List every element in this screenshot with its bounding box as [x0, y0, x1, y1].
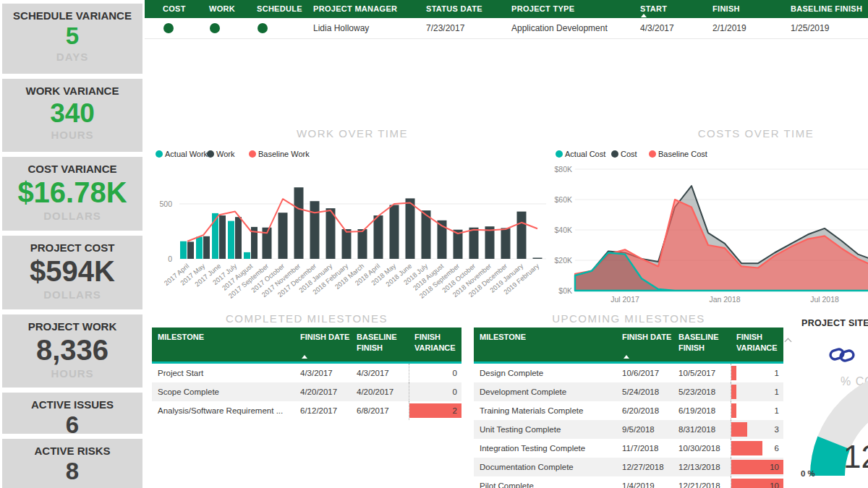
column-header-finish-date[interactable]: FINISH DATE	[616, 332, 673, 361]
variance-bar	[731, 385, 736, 399]
milestone-row[interactable]: Integration Testing Complete11/7/201810/…	[474, 439, 783, 458]
milestone-row[interactable]: Project Start4/3/20174/3/20170	[152, 364, 461, 382]
column-header-schedule[interactable]: SCHEDULE	[239, 0, 295, 18]
milestone-row[interactable]: Design Complete10/6/201710/5/20171	[474, 364, 783, 382]
finish-variance-value: 0	[453, 369, 457, 377]
legend-dot	[611, 150, 618, 158]
baseline-finish-value: 4/3/2017	[351, 369, 409, 377]
summary-data-row[interactable]: Lidia Holloway 7/23/2017 Application Dev…	[145, 18, 868, 39]
upcoming-milestones-table: MILESTONE FINISH DATE BASELINE FINISH FI…	[474, 328, 783, 488]
svg-text:$80K: $80K	[554, 165, 572, 174]
kpi-value: 5	[2, 23, 142, 50]
finish-date-value: 1/4/2019	[616, 481, 673, 488]
legend-item[interactable]: Baseline Cost	[649, 150, 707, 158]
column-header-work[interactable]: WORK	[191, 0, 239, 18]
milestone-row[interactable]: Unit Testing Complete9/5/20188/31/20183	[474, 420, 783, 439]
column-header-project-manager[interactable]: PROJECT MANAGER	[295, 0, 408, 18]
milestone-row[interactable]: Documentation Complete12/27/201812/13/20…	[474, 458, 783, 476]
finish-variance-cell: 2	[409, 401, 461, 420]
project-manager-value: Lidia Holloway	[295, 23, 408, 33]
completed-milestones-panel: COMPLETED MILESTONES MILESTONE FINISH DA…	[152, 312, 461, 420]
milestone-name: Integration Testing Complete	[474, 444, 616, 453]
baseline-finish-value: 8/31/2018	[673, 425, 731, 434]
finish-variance-value: 3	[775, 425, 779, 434]
svg-text:Actual Cost: Actual Cost	[565, 150, 605, 158]
kpi-title: ACTIVE ISSUES	[2, 393, 142, 411]
column-header-status-date[interactable]: STATUS DATE	[408, 0, 493, 18]
svg-text:Jan 2018: Jan 2018	[709, 295, 740, 304]
scroll-up-icon[interactable]	[785, 338, 792, 346]
column-header-finish[interactable]: FINISH	[694, 0, 773, 18]
legend-dot	[249, 150, 256, 158]
finish-variance-cell: 0	[409, 382, 461, 401]
finish-variance-value: 6	[775, 444, 779, 453]
legend-item[interactable]: Actual Work	[156, 150, 208, 158]
milestone-row[interactable]: Training Materials Complete6/20/20186/19…	[474, 401, 783, 420]
table-header-row: MILESTONE FINISH DATE BASELINE FINISH FI…	[152, 328, 461, 364]
kpi-value: 8,336	[2, 334, 142, 367]
finish-date-value: 11/7/2018	[616, 444, 673, 453]
completed-milestones-table: MILESTONE FINISH DATE BASELINE FINISH FI…	[152, 328, 461, 420]
finish-variance-value: 2	[453, 406, 457, 415]
svg-text:Baseline Cost: Baseline Cost	[658, 150, 707, 158]
milestone-row[interactable]: Scope Complete4/20/20174/20/20170	[152, 382, 461, 401]
finish-variance-cell: 6	[731, 439, 783, 458]
gauge-fill	[827, 442, 834, 476]
svg-text:$0K: $0K	[558, 286, 572, 295]
costs-over-time-chart[interactable]: COSTS OVER TIMEActual CostCostBaseline C…	[553, 124, 868, 311]
legend-dot	[156, 150, 163, 158]
column-header-milestone[interactable]: MILESTONE	[152, 332, 294, 361]
kpi-title: WORK VARIANCE	[2, 79, 142, 97]
svg-text:$40K: $40K	[554, 226, 572, 234]
legend-dot	[556, 150, 563, 158]
work-over-time-chart[interactable]: WORK OVER TIMEActual WorkWorkBaseline Wo…	[152, 124, 551, 311]
summary-header-row: COST WORK SCHEDULE PROJECT MANAGER STATU…	[145, 0, 868, 18]
upcoming-milestones-panel: UPCOMING MILESTONES MILESTONE FINISH DAT…	[474, 312, 793, 488]
svg-text:$60K: $60K	[554, 195, 572, 204]
legend-item[interactable]: Actual Cost	[556, 150, 605, 158]
kpi-title: PROJECT COST	[2, 236, 142, 254]
svg-text:$20K: $20K	[554, 256, 572, 265]
kpi-value: $594K	[2, 255, 142, 288]
legend-item[interactable]: Baseline Work	[249, 150, 310, 158]
status-date-value: 7/23/2017	[408, 23, 493, 33]
work-status-icon	[210, 23, 220, 33]
column-header-milestone[interactable]: MILESTONE	[474, 332, 616, 361]
column-header-finish-variance[interactable]: FINISH VARIANCE	[409, 332, 461, 361]
milestone-row[interactable]: Pilot Complete1/4/201912/21/201810	[474, 476, 783, 488]
column-header-baseline-finish[interactable]: BASELINE FINISH	[773, 0, 868, 18]
column-header-baseline-finish[interactable]: BASELINE FINISH	[351, 332, 409, 361]
finish-variance-cell: 10	[731, 476, 783, 488]
column-header-baseline-finish[interactable]: BASELINE FINISH	[673, 332, 731, 361]
variance-bar	[731, 403, 736, 418]
kpi-title: PROJECT WORK	[2, 314, 142, 333]
column-header-finish-variance[interactable]: FINISH VARIANCE	[731, 332, 783, 361]
milestone-name: Pilot Complete	[474, 481, 616, 488]
baseline-finish-value: 5/23/2018	[673, 388, 731, 396]
kpi-unit: DOLLARS	[2, 210, 142, 222]
baseline-finish-value: 12/21/2018	[673, 481, 731, 488]
column-header-finish-date[interactable]: FINISH DATE	[294, 332, 351, 361]
milestone-row[interactable]: Analysis/Software Requirement ...6/12/20…	[152, 401, 461, 420]
kpi-title: COST VARIANCE	[2, 157, 142, 175]
column-header-cost[interactable]: COST	[145, 0, 191, 18]
schedule-status-icon	[258, 23, 268, 33]
milestone-row[interactable]: Development Complete5/24/20185/23/20181	[474, 382, 783, 401]
baseline-finish-value: 10/30/2018	[673, 444, 731, 453]
table-scrollbar[interactable]	[784, 328, 793, 488]
legend-item[interactable]: Work	[207, 150, 235, 158]
project-site-panel: PROJECT SITE % COMPLETE 12 0 %	[796, 314, 868, 488]
finish-value: 2/1/2019	[694, 23, 773, 33]
milestone-name: Training Materials Complete	[474, 406, 616, 415]
svg-text:Cost: Cost	[621, 150, 637, 158]
milestone-name: Design Complete	[474, 369, 616, 377]
legend-item[interactable]: Cost	[611, 150, 637, 158]
variance-bar	[731, 366, 736, 380]
finish-variance-cell: 0	[409, 364, 461, 382]
column-header-start[interactable]: START	[622, 0, 694, 18]
finish-date-value: 12/27/2018	[616, 463, 673, 471]
column-header-project-type[interactable]: PROJECT TYPE	[493, 0, 622, 18]
kpi-unit: DOLLARS	[2, 288, 142, 301]
kpi-value: 8	[2, 458, 142, 485]
svg-text:0: 0	[168, 254, 172, 263]
